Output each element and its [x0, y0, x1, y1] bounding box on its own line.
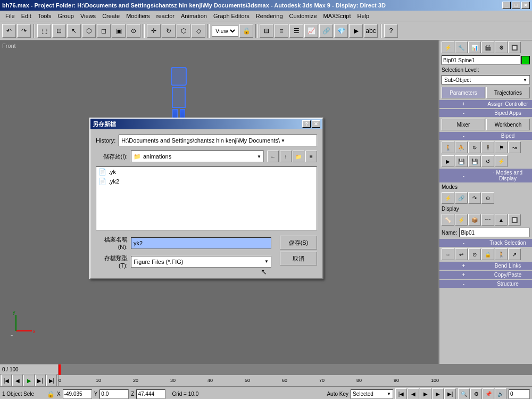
track-icon-6[interactable]: ↗: [508, 248, 521, 260]
mode-icon-4[interactable]: ⊙: [481, 192, 494, 204]
save-in-dropdown[interactable]: 📁 animations ▼: [131, 151, 264, 162]
select-lasso-button[interactable]: ⊙: [127, 24, 140, 38]
go-start-button[interactable]: |◀: [1, 375, 12, 386]
named-sets-btn[interactable]: abc: [364, 24, 378, 38]
file-item-yk[interactable]: 📄 .yk: [96, 167, 317, 177]
name-input[interactable]: [459, 228, 530, 237]
select-region2-button[interactable]: ▣: [112, 24, 126, 38]
file-list[interactable]: 📄 .yk 📄 .yk2: [96, 167, 317, 230]
next-frame-button[interactable]: ▶|: [35, 375, 46, 386]
prev-frame-button[interactable]: ◀: [12, 375, 23, 386]
pb-start[interactable]: |◀: [395, 388, 407, 400]
select-button[interactable]: ⬚: [37, 24, 51, 38]
biped-jump-icon[interactable]: ↻: [468, 142, 481, 153]
filetype-dropdown[interactable]: Figure Files (*.FIG) ▼: [131, 256, 271, 268]
panel-icon-4[interactable]: 🎬: [481, 41, 494, 53]
coord-y-input[interactable]: [99, 389, 129, 399]
assign-controller-section[interactable]: + Assign Controller: [439, 100, 532, 108]
menu-create[interactable]: Create: [99, 12, 123, 20]
display-icon-6[interactable]: 🔲: [508, 214, 521, 226]
undo-button[interactable]: ↶: [2, 24, 16, 38]
mode-icon-3[interactable]: ↷: [468, 192, 481, 204]
nav-new-folder-button[interactable]: 📁: [293, 151, 304, 162]
scale-button[interactable]: ⬡: [177, 24, 190, 38]
help-button[interactable]: ?: [384, 24, 398, 38]
biped-icon-7[interactable]: ▶: [442, 155, 454, 167]
history-path[interactable]: H:\Documents and Settings\chantsz hin ke…: [119, 135, 317, 146]
track-icon-3[interactable]: ⊙: [468, 248, 481, 260]
dialog-close-button[interactable]: ✕: [312, 120, 320, 128]
viewport[interactable]: Front x y z: [0, 40, 439, 364]
select-name-button[interactable]: ◻: [97, 24, 111, 38]
display-icon-5[interactable]: ▲: [495, 214, 508, 226]
biped-section[interactable]: - Biped: [439, 132, 532, 140]
render-button[interactable]: ▶: [349, 24, 363, 38]
align-button[interactable]: ≡: [275, 24, 288, 38]
zoom-btn[interactable]: 🔍: [458, 388, 470, 400]
display-icon-1[interactable]: 🦴: [442, 214, 454, 226]
manipulate-button[interactable]: ◇: [192, 24, 205, 38]
menu-customize[interactable]: Customize: [286, 12, 320, 20]
menu-views[interactable]: Views: [77, 12, 99, 20]
save-button[interactable]: 儲存(S): [280, 236, 317, 250]
nav-up-button[interactable]: ↑: [280, 151, 292, 162]
menu-reactor[interactable]: reactor: [153, 12, 178, 20]
mode-icon-2[interactable]: 🔗: [455, 192, 468, 204]
panel-icon-2[interactable]: 🔧: [455, 41, 468, 53]
track-selection-section[interactable]: - Track Selection: [439, 239, 532, 247]
selected-dropdown[interactable]: Selected ▼: [351, 389, 393, 399]
nav-back-button[interactable]: ←: [267, 151, 279, 162]
panel-icon-1[interactable]: ⚡: [442, 41, 454, 53]
track-icon-4[interactable]: 🔒: [481, 248, 494, 260]
biped-icon-10[interactable]: ↺: [481, 155, 494, 167]
panel-icon-3[interactable]: 📊: [468, 41, 481, 53]
track-icon-1[interactable]: ↔: [442, 248, 454, 260]
material-button[interactable]: 💎: [334, 24, 348, 38]
select-object-button[interactable]: ↖: [67, 24, 81, 38]
nav-menu-button[interactable]: ≡: [305, 151, 317, 162]
menu-help[interactable]: Help: [354, 12, 373, 20]
menu-file[interactable]: File: [2, 12, 18, 20]
rotate-button[interactable]: ↻: [162, 24, 176, 38]
filter-btn[interactable]: ⚙: [470, 388, 482, 400]
track-icon-5[interactable]: 🚶: [495, 248, 508, 260]
menu-tools[interactable]: Tools: [35, 12, 55, 20]
minimize-button[interactable]: _: [502, 2, 511, 9]
dialog-help-button[interactable]: ?: [302, 120, 311, 128]
timeline-scroll[interactable]: 0 10 20 30 40 50 60 70 80 90 100: [59, 364, 532, 386]
pb-play[interactable]: ▶: [420, 388, 431, 400]
coord-x-input[interactable]: [63, 389, 92, 399]
schematic-button[interactable]: 🔗: [319, 24, 333, 38]
menu-modifiers[interactable]: Modifiers: [123, 12, 153, 20]
track-icon-2[interactable]: ↩: [455, 248, 468, 260]
structure-section[interactable]: - Structure: [439, 280, 532, 288]
frame-input[interactable]: [509, 389, 530, 399]
pb-next[interactable]: ▶: [432, 388, 444, 400]
biped-extra-icon[interactable]: ↝: [508, 142, 521, 153]
menu-rendering[interactable]: Rendering: [253, 12, 286, 20]
sound-btn[interactable]: 🔊: [495, 388, 506, 400]
biped-apps-section[interactable]: - Biped Apps: [439, 109, 532, 117]
select-filter-button[interactable]: ⬡: [82, 24, 96, 38]
snap-btn[interactable]: 📌: [483, 388, 494, 400]
redo-button[interactable]: ↷: [17, 24, 31, 38]
biped-icon-8[interactable]: 💾: [455, 155, 468, 167]
biped-icon-9[interactable]: 💾: [468, 155, 481, 167]
curve-editor-button[interactable]: 📈: [304, 24, 318, 38]
coord-z-input[interactable]: [136, 389, 165, 399]
timeline-track[interactable]: [59, 364, 532, 375]
cancel-button[interactable]: 取消: [280, 252, 317, 265]
biped-keys-icon[interactable]: ⚑: [495, 142, 508, 153]
menu-graph-editors[interactable]: Graph Editors: [210, 12, 253, 20]
biped-walk-icon[interactable]: 🚶: [442, 142, 454, 153]
display-icon-4[interactable]: 〰: [481, 214, 494, 226]
display-icon-3[interactable]: 📦: [468, 214, 481, 226]
pb-end[interactable]: ▶|: [444, 388, 456, 400]
mixer-button[interactable]: Mixer: [442, 119, 485, 130]
menu-group[interactable]: Group: [54, 12, 77, 20]
menu-edit[interactable]: Edit: [18, 12, 35, 20]
display-icon-2[interactable]: ⚡: [455, 214, 468, 226]
view-dropdown[interactable]: View: [212, 25, 238, 37]
tab-parameters[interactable]: Parameters: [442, 87, 485, 98]
file-item-yk2[interactable]: 📄 .yk2: [96, 177, 317, 186]
